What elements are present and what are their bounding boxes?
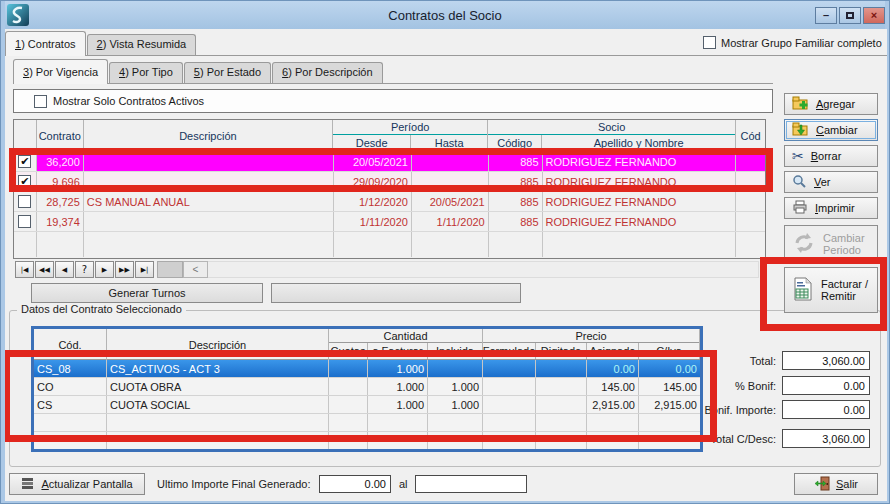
hscroll-thumb[interactable] <box>157 261 183 278</box>
salir-button[interactable]: Salir <box>794 473 878 495</box>
grupo-familiar-label: Mostrar Grupo Familiar completo <box>721 37 882 49</box>
dcell-formulado <box>483 360 536 377</box>
table-row[interactable]: 9,696 29/09/2020 885 RODRIGUEZ FERNANDO <box>14 172 765 192</box>
nav-first-button[interactable]: |◀ <box>15 261 34 278</box>
tab-por-vigencia-label: 3) Por Vigencia <box>23 66 98 78</box>
table-row-empty[interactable] <box>14 232 765 257</box>
table-row[interactable]: 19,374 1/11/2020 1/11/2020 885 RODRIGUEZ… <box>14 212 765 232</box>
tab-por-vigencia[interactable]: 3) Por Vigencia <box>13 59 108 84</box>
nav-fast-prev-button[interactable]: ◀◀ <box>35 261 54 278</box>
folder-plus-icon <box>792 96 809 112</box>
tab-por-descripcion[interactable]: 6) Por Descripción <box>272 62 382 83</box>
cell-contrato: 28,725 <box>37 192 84 211</box>
al-field[interactable] <box>415 475 527 493</box>
borrar-button[interactable]: ✂ Borrar <box>784 145 878 167</box>
cell-codigo: 885 <box>489 192 543 211</box>
tab-por-tipo-label: 4) Por Tipo <box>119 66 173 78</box>
dcell-asignado: 145.00 <box>587 378 639 395</box>
hscroll-track[interactable] <box>208 261 759 278</box>
nav-next-button[interactable]: ▶ <box>95 261 114 278</box>
cell-descripcion <box>84 172 334 191</box>
facturar-remitir-button[interactable]: Facturar / Remitir <box>784 267 878 313</box>
row-checkbox[interactable] <box>18 215 31 228</box>
table-row[interactable]: 28,725 CS MANUAL ANUAL 1/12/2020 20/05/2… <box>14 192 765 212</box>
cell-desde: 1/12/2020 <box>334 192 412 211</box>
actualizar-pantalla-button[interactable]: Actualizar Pantalla <box>9 473 145 495</box>
filter-panel: Mostrar Solo Contratos Activos <box>13 89 773 113</box>
tab-vista-resumida-label: 2) Vista Resumida <box>97 38 187 50</box>
bonif-pct-field[interactable]: 0.00 <box>782 376 870 395</box>
tab-por-tipo[interactable]: 4) Por Tipo <box>109 62 183 83</box>
cambiar-periodo-button[interactable]: Cambiar Periodo <box>784 225 878 263</box>
detail-row[interactable]: CS CUOTA SOCIAL 1.000 1.000 2,915.00 2,9… <box>34 396 700 414</box>
bonif-importe-label: Bonif. Importe: <box>656 404 776 416</box>
header-cod-partial: Cód <box>736 120 765 152</box>
dcell-cod: CS_08 <box>34 360 107 377</box>
row-checkbox-checked[interactable] <box>18 155 31 168</box>
header-group-socio: Socio Código Apellido y Nombre <box>488 120 736 151</box>
contracts-grid-header: Contrato Descripción Período Desde Hasta… <box>14 120 765 152</box>
bonif-importe-field[interactable]: 0.00 <box>782 400 870 419</box>
cell-nombre: RODRIGUEZ FERNANDO <box>543 172 736 191</box>
cell-nombre: RODRIGUEZ FERNANDO <box>543 192 736 211</box>
refresh-icon <box>792 231 816 257</box>
dcell-digitado <box>536 396 587 413</box>
tab-por-descripcion-label: 6) Por Descripción <box>282 66 372 78</box>
header-periodo-label: Período <box>333 120 487 135</box>
dheader-digitado: Digitado <box>536 343 587 359</box>
dcell-incluida <box>428 360 483 377</box>
cell-codigo: 885 <box>489 152 543 171</box>
hscroll-left-button[interactable]: < <box>183 261 208 278</box>
dcell-descripcion: CS_ACTIVOS - ACT 3 <box>107 360 329 377</box>
row-checkbox[interactable] <box>18 195 31 208</box>
ver-button[interactable]: Ver <box>784 171 878 193</box>
nav-search-button[interactable]: ? <box>75 261 94 278</box>
table-row[interactable]: 36,200 20/05/2021 885 RODRIGUEZ FERNANDO <box>14 152 765 172</box>
tab-vista-resumida[interactable]: 2) Vista Resumida <box>87 34 197 55</box>
solo-activos-checkbox[interactable] <box>34 95 47 108</box>
imprimir-button[interactable]: Imprimir <box>784 197 878 219</box>
invoice-icon <box>792 277 814 303</box>
detail-groupbox-title: Datos del Contrato Seleccionado <box>17 303 186 315</box>
dcell-formulado <box>483 378 536 395</box>
cell-descripcion <box>84 212 334 231</box>
nav-prev-icon: ◀ <box>62 266 67 274</box>
dcell-digitado <box>536 360 587 377</box>
ultimo-importe-field[interactable]: 0.00 <box>319 475 391 493</box>
tab-por-estado-label: 5) Por Estado <box>194 66 261 78</box>
empty-button[interactable] <box>271 283 521 303</box>
dheader-group-cantidad: Cantidad Cuotas a Facturar Incluida <box>329 329 483 359</box>
generar-turnos-button[interactable]: Generar Turnos <box>31 283 263 303</box>
detail-row-empty[interactable] <box>34 414 700 432</box>
scissors-icon: ✂ <box>792 149 804 163</box>
cell-contrato: 9,696 <box>37 172 84 191</box>
cell-hasta: 1/11/2020 <box>412 212 489 231</box>
total-field[interactable]: 3,060.00 <box>782 351 870 370</box>
cell-hasta <box>412 172 489 191</box>
tab-por-estado[interactable]: 5) Por Estado <box>184 62 271 83</box>
chevron-left-icon: < <box>193 264 199 275</box>
agregar-button[interactable]: Agregar <box>784 93 878 115</box>
dheader-a-facturar: a Facturar <box>368 343 428 359</box>
detail-row-selected[interactable]: CS_08 CS_ACTIVOS - ACT 3 1.000 0.00 0.00 <box>34 360 700 378</box>
cell-desde: 20/05/2021 <box>334 152 412 171</box>
total-desc-field[interactable]: 3,060.00 <box>782 429 870 448</box>
nav-fast-next-button[interactable]: ▶▶ <box>115 261 134 278</box>
generar-turnos-label: Generar Turnos <box>108 287 185 299</box>
tab-contratos[interactable]: 1) Contratos <box>5 31 86 56</box>
folder-arrow-icon <box>792 122 809 138</box>
nav-prev-button[interactable]: ◀ <box>55 261 74 278</box>
dcell-digitado <box>536 378 587 395</box>
minimize-button[interactable]: – <box>815 7 837 24</box>
row-checkbox-checked[interactable] <box>18 175 31 188</box>
dcell-asignado: 0.00 <box>587 360 639 377</box>
ver-label: Ver <box>814 176 831 188</box>
grupo-familiar-checkbox[interactable] <box>703 36 716 49</box>
detail-row-empty[interactable] <box>34 432 700 450</box>
nav-last-button[interactable]: ▶| <box>135 261 154 278</box>
cambiar-button[interactable]: Cambiar <box>784 119 878 141</box>
maximize-button[interactable] <box>839 7 861 24</box>
close-button[interactable]: × <box>863 7 885 24</box>
printer-icon <box>792 200 808 216</box>
detail-row[interactable]: CO CUOTA OBRA 1.000 1.000 145.00 145.00 <box>34 378 700 396</box>
